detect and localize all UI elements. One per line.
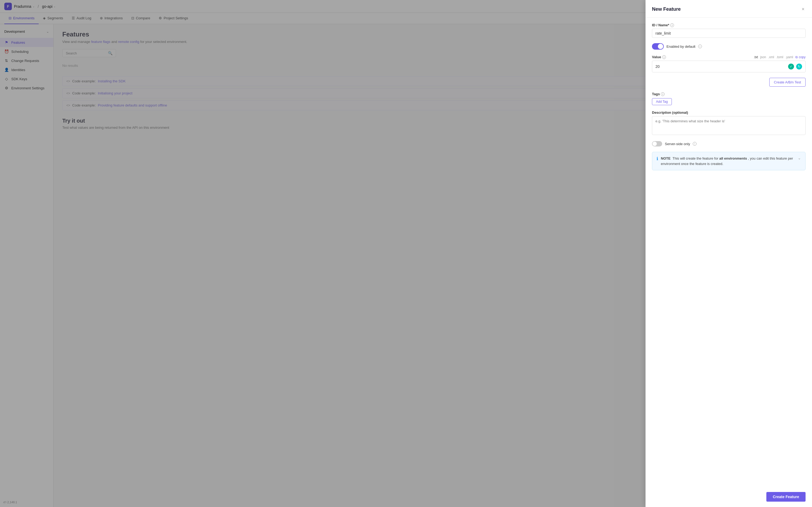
id-name-group: ID / Name* i — [652, 23, 806, 38]
panel-body: ID / Name* i Enabled by default i Value … — [646, 18, 812, 489]
tags-group: Tags i Add Tag — [652, 92, 806, 105]
server-side-toggle[interactable] — [652, 141, 662, 147]
tags-info-icon[interactable]: i — [661, 92, 665, 96]
description-label: Description (optional) — [652, 111, 806, 115]
enabled-toggle[interactable] — [652, 43, 664, 50]
value-header: Value i .txt json .xml .toml .yaml ⧉ cop… — [652, 55, 806, 59]
value-type-yaml[interactable]: .yaml — [785, 55, 793, 59]
id-name-input[interactable] — [652, 29, 806, 38]
value-label: Value i — [652, 55, 666, 59]
copy-icon: ⧉ — [795, 55, 798, 59]
server-side-label: Server-side only — [665, 142, 690, 146]
description-group: Description (optional) — [652, 111, 806, 136]
enabled-toggle-row: Enabled by default i — [652, 43, 806, 50]
value-input-wrap: ✓ ↻ — [652, 61, 806, 72]
value-icons: ✓ ↻ — [788, 64, 802, 69]
panel-header: New Feature × — [646, 0, 812, 18]
description-textarea[interactable] — [652, 116, 806, 135]
create-ab-button[interactable]: Create A/B/n Test — [769, 78, 806, 87]
value-type-toml[interactable]: .toml — [776, 55, 783, 59]
tags-label: Tags i — [652, 92, 806, 96]
panel-footer: Create Feature — [646, 489, 812, 507]
new-feature-panel: New Feature × ID / Name* i Enabled by de… — [646, 0, 812, 507]
value-type-json[interactable]: json — [760, 55, 766, 59]
value-info-icon[interactable]: i — [662, 55, 666, 59]
toggle-knob — [658, 44, 663, 49]
value-input[interactable] — [655, 64, 773, 69]
note-chevron-icon[interactable]: ⌄ — [798, 156, 801, 160]
note-info-icon: ℹ — [657, 156, 658, 161]
server-side-toggle-row: Server-side only i — [652, 141, 806, 147]
value-type-txt[interactable]: .txt — [754, 55, 758, 59]
create-feature-button[interactable]: Create Feature — [766, 492, 806, 502]
value-icon-green[interactable]: ✓ — [788, 64, 794, 69]
enabled-info-icon[interactable]: i — [698, 45, 702, 48]
server-side-info-icon[interactable]: i — [693, 142, 697, 146]
panel-title: New Feature — [652, 6, 681, 12]
value-icon-teal[interactable]: ↻ — [796, 64, 802, 69]
value-group: Value i .txt json .xml .toml .yaml ⧉ cop… — [652, 55, 806, 72]
value-types: .txt json .xml .toml .yaml ⧉ copy — [754, 55, 806, 59]
note-bold: all environments — [719, 156, 747, 160]
value-type-xml[interactable]: .xml — [768, 55, 774, 59]
panel-close-button[interactable]: × — [801, 5, 806, 13]
id-name-label: ID / Name* i — [652, 23, 806, 27]
note-title: NOTE — [661, 156, 670, 160]
enabled-label: Enabled by default — [666, 45, 696, 49]
server-side-knob — [653, 142, 657, 146]
create-ab-container: Create A/B/n Test — [652, 78, 806, 87]
copy-button[interactable]: ⧉ copy — [795, 55, 806, 59]
note-content: NOTE This will create the feature for al… — [661, 156, 795, 166]
add-tag-button[interactable]: Add Tag — [652, 98, 672, 105]
id-name-info-icon[interactable]: i — [670, 23, 674, 27]
note-box: ℹ NOTE This will create the feature for … — [652, 152, 806, 170]
